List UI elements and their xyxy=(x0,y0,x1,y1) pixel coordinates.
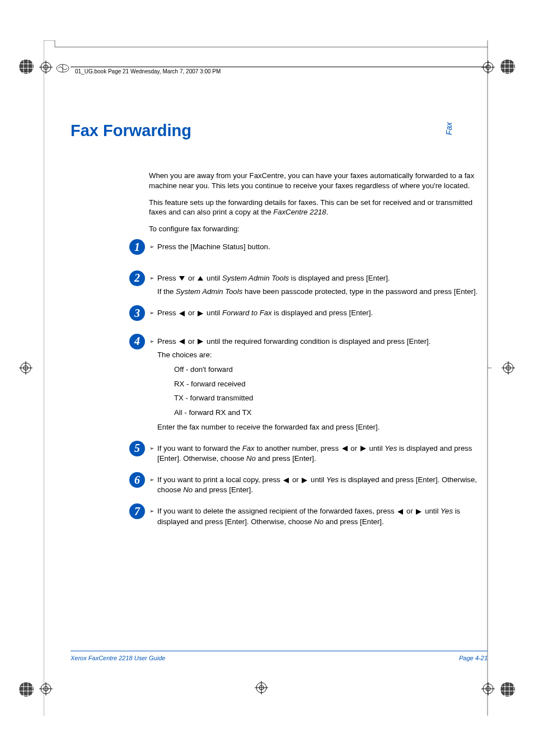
bullet-arrow-icon: ➢ xyxy=(149,273,157,282)
nav-left-icon xyxy=(396,507,404,517)
nav-up-icon xyxy=(196,273,204,283)
halftone-dot-icon xyxy=(19,59,34,74)
intro-block: When you are away from your FaxCentre, y… xyxy=(149,171,488,234)
bullet-arrow-icon: ➢ xyxy=(149,444,157,452)
nav-left-icon xyxy=(178,337,186,347)
choice-item: RX - forward received xyxy=(174,379,488,389)
choice-item: TX - forward transmitted xyxy=(174,393,488,403)
step-2: 2 ➢ Press or until System Admin Tools is… xyxy=(129,273,488,300)
svg-marker-41 xyxy=(302,478,307,483)
choices-list: Off - don't forward RX - forward receive… xyxy=(174,365,488,418)
page-footer: Xerox FaxCentre 2218 User Guide Page 4-2… xyxy=(71,651,488,661)
step-text: Press or until the required forwarding c… xyxy=(157,337,488,347)
intro-para-2: This feature sets up the forwarding deta… xyxy=(149,198,488,218)
halftone-dot-icon xyxy=(500,682,515,697)
halftone-dot-icon xyxy=(19,682,34,697)
footer-left: Xerox FaxCentre 2218 User Guide xyxy=(71,655,165,661)
svg-marker-35 xyxy=(198,311,203,316)
bullet-arrow-icon: ➢ xyxy=(149,506,157,515)
nav-left-icon xyxy=(341,444,349,454)
nav-left-icon xyxy=(178,309,186,319)
nav-right-icon xyxy=(301,475,308,486)
svg-marker-32 xyxy=(179,276,185,281)
intro-para-1: When you are away from your FaxCentre, y… xyxy=(149,171,488,191)
step-6: 6 ➢ If you want to print a local copy, p… xyxy=(129,475,488,498)
svg-marker-33 xyxy=(198,276,203,281)
step-number-badge: 6 xyxy=(129,472,145,488)
step-text: Press or until Forward to Fax is display… xyxy=(157,308,488,318)
bullet-arrow-icon: ➢ xyxy=(149,337,157,346)
bullet-arrow-icon: ➢ xyxy=(149,308,157,317)
step-number-badge: 5 xyxy=(129,441,145,456)
nav-right-icon xyxy=(196,309,204,319)
header-rule xyxy=(71,67,488,67)
step-number-badge: 3 xyxy=(129,305,145,321)
step-7: 7 ➢ If you want to delete the assigned r… xyxy=(129,506,488,530)
svg-marker-43 xyxy=(416,509,421,515)
svg-marker-40 xyxy=(283,478,289,483)
step-number-badge: 1 xyxy=(129,239,145,255)
step-number-badge: 7 xyxy=(129,503,145,519)
book-collation-icon xyxy=(56,63,69,74)
step-text: If you want to print a local copy, press… xyxy=(157,475,488,495)
svg-marker-34 xyxy=(179,311,185,316)
step-text: If you want to delete the assigned recip… xyxy=(157,506,488,526)
step-number-badge: 2 xyxy=(129,270,145,286)
step-1: 1 ➢Press the [Machine Status] button. xyxy=(129,242,488,255)
running-header: 01_UG.book Page 21 Wednesday, March 7, 2… xyxy=(75,68,221,74)
bullet-arrow-icon: ➢ xyxy=(149,242,157,251)
svg-marker-42 xyxy=(397,509,403,515)
intro-para-3: To configure fax forwarding: xyxy=(149,224,488,234)
step-5: 5 ➢ If you want to forward the Fax to an… xyxy=(129,444,488,467)
nav-down-icon xyxy=(178,273,186,283)
registration-mark-icon xyxy=(502,361,515,375)
step-text: Press or until System Admin Tools is dis… xyxy=(157,273,488,283)
nav-left-icon xyxy=(282,475,290,486)
nav-right-icon xyxy=(415,507,423,517)
step-4: 4 ➢ Press or until the required forwardi… xyxy=(129,337,488,436)
step-3: 3 ➢ Press or until Forward to Fax is dis… xyxy=(129,308,488,321)
choice-item: All - forward RX and TX xyxy=(174,408,488,418)
choice-item: Off - don't forward xyxy=(174,365,488,375)
registration-mark-icon xyxy=(19,361,32,375)
svg-marker-39 xyxy=(360,446,366,451)
nav-right-icon xyxy=(196,337,204,347)
step-subtext: If the System Admin Tools have been pass… xyxy=(157,287,488,297)
svg-marker-36 xyxy=(179,339,185,344)
choices-label: The choices are: xyxy=(157,350,488,360)
bullet-arrow-icon: ➢ xyxy=(149,475,157,484)
footer-right: Page 4-21 xyxy=(459,655,488,661)
svg-marker-38 xyxy=(342,446,348,451)
step-number-badge: 4 xyxy=(129,334,145,349)
nav-right-icon xyxy=(359,444,367,454)
svg-marker-37 xyxy=(198,339,203,344)
step-text: Press the [Machine Status] button. xyxy=(157,242,488,252)
step-text: If you want to forward the Fax to anothe… xyxy=(157,444,488,464)
halftone-dot-icon xyxy=(500,59,515,74)
step-subtext: Enter the fax number to receive the forw… xyxy=(157,422,488,432)
page-title: Fax Forwarding xyxy=(71,122,488,140)
